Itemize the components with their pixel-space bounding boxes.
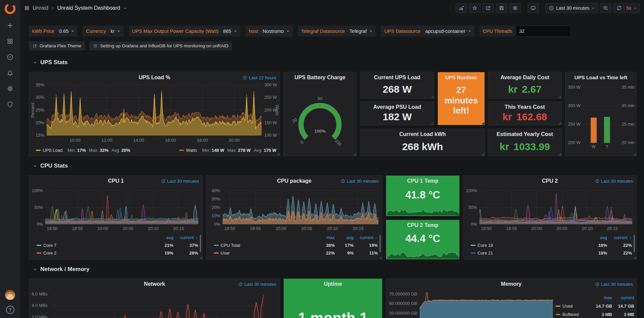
- variable-currency[interactable]: Currencykr: [83, 26, 124, 37]
- panel-title[interactable]: Average PSU Load: [361, 104, 434, 110]
- legend-item[interactable]: Watts Min:148 W Max:278 W Avg:175 W: [179, 148, 276, 153]
- series-name[interactable]: Core 2: [43, 251, 56, 256]
- panel-title[interactable]: Current Load kWh: [361, 131, 485, 137]
- panel-title[interactable]: UPS Battery Charge: [284, 75, 356, 81]
- panel-time-range[interactable]: Last 30 minutes: [595, 282, 633, 287]
- ups-load-chart[interactable]: 15%100 W20%150 W25%200 W30%250 W35%300 W…: [29, 72, 280, 156]
- legend-row[interactable]: Core 18 18% 22%: [471, 241, 632, 249]
- legend-row[interactable]: CPU Total 38% 17% 19%: [214, 241, 378, 249]
- page-title[interactable]: Unraid System Dashboard: [57, 5, 120, 11]
- panel-title[interactable]: CPU 1 Temp: [386, 178, 459, 184]
- series-name[interactable]: Watts: [186, 148, 197, 153]
- panel-title[interactable]: Average Daily Cost: [488, 75, 561, 81]
- legend-col-current[interactable]: current: [607, 235, 632, 240]
- series-name[interactable]: Buffered: [562, 312, 579, 317]
- ups-load-vs-time-chart[interactable]: 350 W35 min300 W30 min250 W25 min200 W20…: [565, 72, 636, 156]
- variable-value[interactable]: apcupsd-container: [424, 26, 474, 37]
- share-dashboard-button[interactable]: [482, 3, 494, 13]
- legend-item[interactable]: UPS Load Min:17% Max:32% Avg:20%: [36, 148, 130, 153]
- series-name[interactable]: User: [221, 251, 230, 256]
- refresh-button[interactable]: 5s: [613, 3, 640, 13]
- sidebar-item-explore[interactable]: [0, 49, 20, 65]
- sidebar-item-create[interactable]: [0, 17, 20, 33]
- star-dashboard-button[interactable]: [469, 3, 480, 13]
- panel-time-range[interactable]: Last 30 minutes: [161, 179, 199, 184]
- variable-ups-max-output[interactable]: UPS Max Output Power Capacity (Watt)865: [129, 26, 240, 37]
- sidebar-item-server-admin[interactable]: [0, 96, 20, 112]
- time-range-picker[interactable]: Last 30 minutes: [546, 3, 598, 13]
- variable-telegraf-datasource[interactable]: Telegraf DatasourceTelegraf: [298, 26, 376, 37]
- series-name[interactable]: Used: [562, 304, 572, 309]
- sidebar-item-dashboards[interactable]: [0, 33, 20, 49]
- cycle-view-mode-button[interactable]: [527, 3, 539, 13]
- legend-scrollbar[interactable]: [200, 235, 201, 252]
- svg-text:350 W: 350 W: [568, 85, 581, 90]
- cpu-threads-input[interactable]: [515, 26, 571, 37]
- legend-scrollbar[interactable]: [634, 235, 635, 252]
- breadcrumb[interactable]: Unraid > Unraid System Dashboard: [24, 5, 127, 11]
- section-ups-stats[interactable]: UPS Stats: [33, 59, 67, 66]
- legend-col-current[interactable]: current: [173, 235, 198, 240]
- variable-cpu-threads[interactable]: CPU Threads: [479, 26, 571, 37]
- variable-value[interactable]: Nostromo: [261, 26, 293, 37]
- help-icon[interactable]: ?: [6, 306, 14, 314]
- variable-value[interactable]: Telegraf: [348, 26, 376, 37]
- panel-time-range[interactable]: Last 30 minutes: [238, 282, 276, 287]
- series-name[interactable]: Core 7: [43, 243, 56, 248]
- user-avatar[interactable]: [5, 289, 15, 300]
- legend-row[interactable]: Core 7 21% 37%: [37, 241, 198, 249]
- legend-col-max[interactable]: max: [591, 295, 612, 300]
- battery-gauge[interactable]: 02050100100%: [284, 72, 356, 156]
- series-name[interactable]: Core 18: [477, 243, 493, 248]
- stat-value: 21%: [152, 243, 173, 248]
- link-grafana-plex-theme[interactable]: Grafana Plex Theme: [29, 41, 85, 50]
- panel-title[interactable]: UPS Load vs Time left: [565, 75, 636, 80]
- legend-row[interactable]: Buffered 3 MB 3 MB: [556, 310, 634, 318]
- save-icon: [499, 5, 504, 11]
- series-name[interactable]: Core 21: [477, 251, 493, 256]
- legend-row[interactable]: Core 21 18% 22%: [471, 249, 632, 257]
- panel-title[interactable]: Current UPS Load: [361, 75, 434, 81]
- variable-value[interactable]: 865: [222, 26, 240, 37]
- sidebar-item-configuration[interactable]: [0, 81, 20, 96]
- section-cpu-stats[interactable]: CPU Stats: [33, 163, 68, 169]
- panel-title[interactable]: UPS Runtime: [438, 75, 485, 80]
- variable-value[interactable]: kr: [109, 26, 124, 37]
- legend-col-avg[interactable]: avg: [586, 235, 607, 240]
- refresh-interval-label[interactable]: 5s: [626, 5, 631, 11]
- panel-time-range[interactable]: Last 30 minutes: [341, 179, 379, 184]
- legend-scrollbar[interactable]: [379, 235, 381, 252]
- legend-col-avg[interactable]: avg: [152, 235, 173, 240]
- legend-col-current[interactable]: current: [354, 235, 378, 240]
- panel-time-range[interactable]: Last 30 minutes: [595, 179, 633, 184]
- add-panel-button[interactable]: [456, 3, 467, 13]
- variable-ups-datasource[interactable]: UPS Datasourceapcupsd-container: [381, 26, 474, 37]
- legend-row[interactable]: Used 14.7 GB 14.7 GB: [556, 302, 634, 310]
- panel-time-range[interactable]: Last 12 hours: [243, 75, 276, 80]
- panel-title[interactable]: This Years Cost: [488, 104, 561, 110]
- zoom-out-button[interactable]: [600, 3, 611, 13]
- grafana-logo[interactable]: [0, 0, 20, 17]
- variable-kwh-price[interactable]: kWh Price0.65: [29, 26, 78, 37]
- panel-title[interactable]: Uptime: [284, 281, 382, 287]
- link-ups-monitoring-guide[interactable]: Setting up Grafana and InfluxDB for UPS …: [89, 41, 232, 50]
- breadcrumb-folder[interactable]: Unraid: [33, 5, 48, 11]
- legend-col-max[interactable]: max: [316, 235, 335, 240]
- sidebar-item-alerting[interactable]: [0, 65, 20, 81]
- legend-col-current[interactable]: current: [612, 295, 634, 300]
- panel-title[interactable]: CPU 2 Temp: [386, 222, 459, 228]
- variable-value[interactable]: 0.65: [58, 26, 78, 37]
- save-dashboard-button[interactable]: [496, 3, 507, 13]
- legend-row[interactable]: User 22% 9% 11%: [214, 249, 378, 257]
- series-name[interactable]: UPS Load: [43, 148, 62, 153]
- sidebar: ?: [0, 0, 20, 318]
- variable-host[interactable]: hostNostromo: [245, 26, 293, 37]
- section-network-memory[interactable]: Network / Memory: [33, 266, 89, 273]
- time-range-label: Last 30 minutes: [167, 179, 199, 184]
- series-name[interactable]: CPU Total: [221, 243, 240, 248]
- panel-title[interactable]: Estimated Yearly Cost: [488, 131, 561, 137]
- panel-title[interactable]: UPS Load %: [29, 75, 280, 81]
- legend-row[interactable]: Core 2 19% 28%: [37, 249, 198, 257]
- dashboard-settings-button[interactable]: [509, 3, 521, 13]
- legend-col-avg[interactable]: avg: [335, 235, 354, 240]
